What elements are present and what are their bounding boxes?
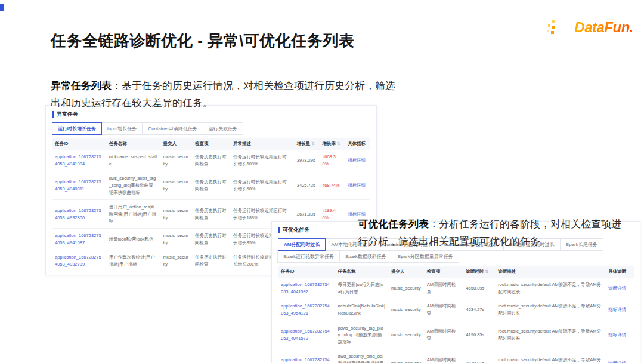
sort-icon[interactable]: ⇅ [485,269,488,273]
abnormal-desc: 任务运行时长较近期运行时长增长68% [230,171,294,200]
abnormal-list-description-lead: 异常任务列表 [51,80,112,91]
tab-container-request-decrease[interactable]: Container申请降低任务 [142,122,203,135]
diagnose-detail-link[interactable]: 指标详情 [605,321,634,349]
col-diagnose-duration: 诊断耗时⇅ [463,266,495,278]
metric-detail-link[interactable]: 指标详情 [345,150,370,171]
task-name: pdws_security_tag_play_mlog_d|播放来源|播放指标 [335,321,389,349]
col-detail: 具体诊断 [605,266,634,278]
col-submitter: 提交人 [388,266,424,278]
col-diagnose-desc: 诊断描述 [495,266,605,278]
check-item: 任务历史执行时间检查 [192,171,230,200]
logo-pixel-icon [547,30,549,32]
check-item: AM滞留时间检查 [424,321,463,349]
panel-title-marker [278,227,280,233]
growth-rate: ↑608.30% [320,150,345,171]
panel-title-marker [52,111,54,118]
tab-am-alloc-slow[interactable]: AM分配耗时过长 [278,238,326,251]
logo-pixel-icon [552,20,555,23]
submitter: music_security [160,229,192,250]
task-id-link[interactable]: application_1667282754053_4940011 [52,171,106,200]
col-task-id: 任务ID [278,266,335,278]
table-header-row: 任务ID 任务名称 提交人 检查项 异常描述 增长量⇅ 增长率⇅ 具体指标 [52,138,370,150]
table-row: application_1667282754053_4942130 dwd_se… [278,349,634,363]
optimizable-tasks-table: 任务ID 任务名称 提交人 检查项 诊断耗时⇅ 诊断描述 具体诊断 applic… [278,266,634,363]
tab-spark-round-abnormal[interactable]: Spark运行轮数异常任务 [277,250,340,263]
task-name: dws_security_audit_tag_song_did|审核歌曲冒犯率快… [106,171,160,200]
task-id-link[interactable]: application_1667282754053_4041592 [278,278,335,299]
submitter: music_security [388,299,424,321]
table-header-row: 任务ID 任务名称 提交人 检查项 诊断耗时⇅ 诊断描述 具体诊断 [278,266,634,278]
col-task-name: 任务名称 [335,266,389,278]
sort-icon[interactable]: ⇅ [337,141,340,146]
task-id-link[interactable]: application_1667282754053_4041572 [278,321,335,349]
diagnose-detail-link[interactable]: 诊断详情 [605,278,634,299]
growth-amount: 3425.72s [294,171,320,200]
diagnose-duration: 4658.89s [463,278,495,299]
submitter: music_security [388,321,424,349]
diagnose-detail-link[interactable]: 诊断详情 [605,349,634,363]
abnormal-list-description: 异常任务列表：基于任务的历史运行情况，对相关检查项进行历史分析，筛选出和历史运行… [51,77,400,112]
task-id-link[interactable]: application_1667282754053_4932800 [52,200,106,229]
abnormal-panel-tabs: 运行时长增长任务 input增长任务 Container申请降低任务 运行失败任… [46,122,376,134]
task-name: 用户作弊次数统计|用户指标|用户指标 [106,250,160,272]
task-name: 当日用户_action_res风险画像|用户指标|用户指标 [106,200,160,229]
tab-spark-partition-abnormal[interactable]: Spark分区数据量异常任务 [392,250,459,263]
task-name: 增量look私/营look私信 [106,229,160,250]
datafun-logo: DataFun. [544,18,633,42]
submitter: music_security [160,200,192,229]
submitter: music_security [160,171,192,200]
tab-run-failed[interactable]: 运行失败任务 [203,122,243,135]
page-title: 任务全链路诊断优化 - 异常\可优化任务列表 [51,30,354,51]
diagnose-detail-link[interactable]: 指标详情 [605,299,634,321]
logo-pixel-icon [548,24,550,27]
check-item: AM滞留时间检查 [424,299,463,321]
diagnose-duration: 4196.85s [463,321,495,349]
task-name: 每日更新|ua行为日志|ua行为日志 [335,278,389,299]
tab-runtime-growth[interactable]: 运行时长增长任务 [52,122,102,135]
tab-spark-data-skew[interactable]: Spark数据倾斜任务 [339,250,392,263]
col-detail: 具体指标 [345,138,370,150]
check-item: 任务历史执行时间检查 [192,200,230,229]
optimize-panel-title: 可优化任务 [283,226,309,234]
check-item: 任务历史执行时间检查 [192,250,230,272]
check-item: AM滞留时间检查 [424,349,463,363]
col-check-item: 检查项 [192,138,230,150]
task-id-link[interactable]: application_1667282754053_4941587 [52,229,106,250]
col-growth-rate: 增长率⇅ [320,138,345,150]
logo-wordmark: DataFun. [574,19,633,36]
check-item: 任务历史执行时间检查 [192,150,230,171]
col-abnormal-desc: 异常描述 [230,138,294,150]
submitter: music_security [160,150,192,171]
diagnose-duration: 4534.27s [463,299,495,321]
optimize-list-description-lead: 可优化任务列表 [358,219,429,230]
submitter: music_security [388,349,424,363]
col-check-item: 检查项 [424,266,463,278]
col-task-id: 任务ID [52,138,106,150]
task-name: nickname_suspect_static [106,150,160,171]
metric-detail-link[interactable]: 指标详情 [345,171,370,200]
growth-rate: ↑68.74% [320,171,345,200]
tab-input-growth[interactable]: input增长任务 [101,122,143,135]
sort-icon[interactable]: ⇅ [311,141,315,146]
logo-pixel-icon [551,31,554,34]
abnormal-desc: 任务运行时长较近期运行时长增长608% [230,150,294,171]
task-id-link[interactable]: application_1667282754053_4954121 [278,299,335,321]
task-id-link[interactable]: application_1667282754053_4932799 [52,250,106,272]
task-id-link[interactable]: application_1667282754053_4942130 [278,349,335,363]
submitter: music_security [160,250,192,272]
optimize-list-description: 可优化任务列表：分析任务运行的各阶段，对相关检查项进行分析，筛选出相关配置项可优… [358,216,629,250]
diagnose-desc: root.music_security.default AM资源不足，导致AM分… [495,278,605,299]
table-row: application_1667282754053_4041592 每日更新|u… [278,278,634,299]
table-row: application_1667282754053_4940011 dws_se… [52,171,370,200]
task-id-link[interactable]: application_1667282754053_4941984 [52,150,106,171]
slide-corner-accent [0,4,4,11]
check-item: AM滞留时间检查 [424,278,463,299]
table-row: application_1667282754053_4954121 nebula… [278,299,634,321]
diagnose-duration: 3878.91s [463,349,495,363]
col-submitter: 提交人 [160,138,192,150]
diagnose-desc: root.music_security.default AM资源不足，导致AM分… [495,321,605,349]
table-row: application_1667282754053_4941984 nickna… [52,150,370,171]
diagnose-desc: root.music_security.default AM资源不足，导致AM分… [495,299,605,321]
col-task-name: 任务名称 [106,138,160,150]
submitter: music_security [388,278,424,299]
